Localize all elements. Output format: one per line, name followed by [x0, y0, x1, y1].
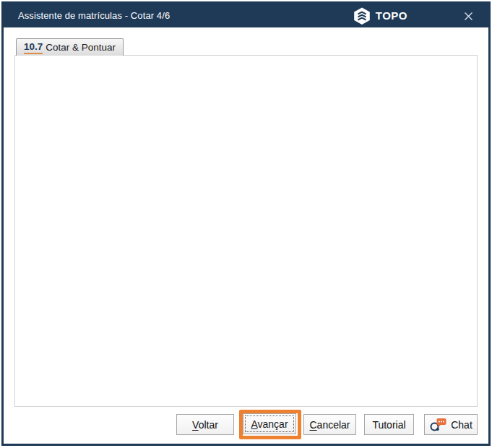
- voltar-button[interactable]: Voltar: [176, 414, 234, 435]
- brand-name: TOPO: [376, 9, 407, 22]
- brand-logo: TOPO: [353, 4, 407, 27]
- voltar-label: Voltar: [192, 419, 218, 431]
- dialog-body: 10.7 Cotar & Pontuar Cotar Curvas Raio: …: [4, 27, 488, 444]
- titlebar: Assistente de matrículas - Cotar 4/6 TOP…: [4, 4, 488, 27]
- avancar-highlight-box: Avançar: [239, 410, 301, 439]
- tab-number: 10.7: [24, 41, 43, 54]
- tutorial-button[interactable]: Tutorial: [364, 414, 414, 435]
- tab-label: Cotar & Pontuar: [46, 42, 116, 53]
- tab-page: [14, 55, 478, 407]
- cancelar-label: Cancelar: [309, 419, 350, 431]
- tutorial-label: Tutorial: [372, 419, 405, 431]
- topo-hexagon-icon: [353, 7, 371, 25]
- screenshot-canvas: Assistente de matrículas - Cotar 4/6 TOP…: [0, 0, 492, 448]
- chat-button[interactable]: Chat: [424, 414, 478, 435]
- cancelar-button[interactable]: Cancelar: [303, 414, 356, 435]
- dialog-window: Assistente de matrículas - Cotar 4/6 TOP…: [1, 1, 491, 446]
- chat-label: Chat: [451, 419, 472, 431]
- chat-icon: [429, 418, 446, 432]
- close-button[interactable]: [461, 9, 475, 23]
- window-title: Assistente de matrículas - Cotar 4/6: [18, 10, 170, 21]
- tab-cotar-pontuar[interactable]: 10.7 Cotar & Pontuar: [16, 38, 124, 56]
- close-icon: [464, 12, 473, 21]
- avancar-label: Avançar: [251, 418, 288, 430]
- avancar-button[interactable]: Avançar: [243, 413, 296, 434]
